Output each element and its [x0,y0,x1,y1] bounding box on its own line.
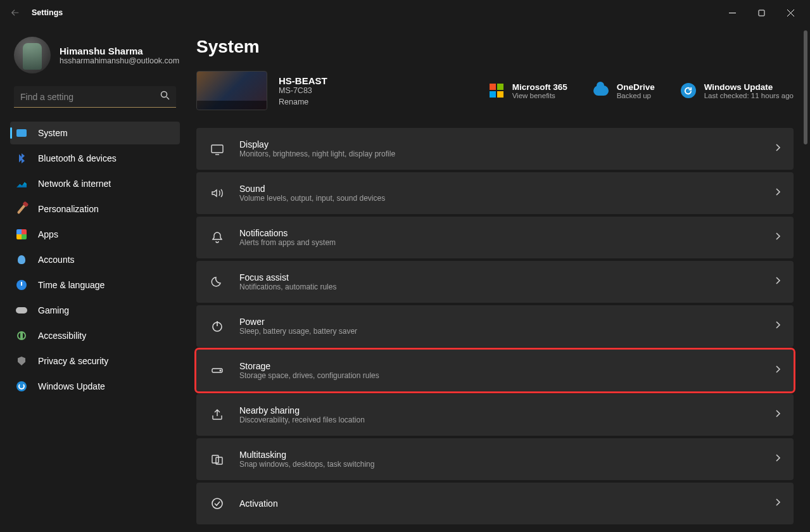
row-title: Power [239,317,357,327]
chevron-right-icon [775,187,781,199]
status-sub: Last checked: 11 hours ago [704,92,794,99]
settings-row-power[interactable]: Power Sleep, battery usage, battery save… [196,305,794,347]
minimize-button[interactable] [718,3,747,23]
sidebar-item-label: Gaming [38,305,69,315]
status-title: Microsoft 365 [512,82,567,92]
device-model: MS-7C83 [279,86,327,95]
settings-row-focus-assist[interactable]: Focus assist Notifications, automatic ru… [196,261,794,303]
personalization-icon [15,203,28,215]
multitask-icon [209,451,225,467]
chevron-right-icon [775,143,781,155]
sidebar-item-label: System [38,128,68,138]
row-sub: Storage space, drives, configuration rul… [239,371,379,380]
profile-block[interactable]: Himanshu Sharma hssharmahimanshu@outlook… [14,37,180,73]
profile-name: Himanshu Sharma [60,46,179,56]
sync-icon [680,82,697,99]
apps-icon [15,228,28,241]
close-button[interactable] [776,3,805,23]
settings-rows: Display Monitors, brightness, night ligh… [196,128,794,524]
settings-row-activation[interactable]: Activation [196,483,794,524]
search-box[interactable] [14,86,176,108]
device-row: HS-BEAST MS-7C83 Rename Microsoft 365Vie… [196,71,794,110]
gaming-icon [15,304,28,317]
chevron-right-icon [775,320,781,332]
row-sub: Monitors, brightness, night light, displ… [239,149,395,158]
maximize-button[interactable] [747,3,776,23]
sidebar-item-apps[interactable]: Apps [10,223,180,246]
row-title: Display [239,139,395,149]
svg-rect-6 [212,145,223,153]
sidebar-item-personalization[interactable]: Personalization [10,198,180,220]
page-title: System [196,37,794,57]
row-sub: Volume levels, output, input, sound devi… [239,194,385,203]
chevron-right-icon [775,498,781,509]
network-icon [15,177,28,190]
scrollbar[interactable] [804,30,807,144]
sidebar-item-time-language[interactable]: Time & language [10,274,180,296]
chevron-right-icon [775,453,781,465]
svg-line-5 [167,97,169,99]
row-sub: Discoverability, received files location [239,415,365,424]
sidebar-item-label: Time & language [38,280,104,290]
time-language-icon [15,279,28,291]
status-cards: Microsoft 365View benefitsOneDriveBacked… [488,82,794,99]
sidebar: Himanshu Sharma hssharmahimanshu@outlook… [0,25,190,532]
settings-row-sound[interactable]: Sound Volume levels, output, input, soun… [196,172,794,214]
window-title: Settings [32,8,63,17]
sidebar-item-label: Accounts [38,255,75,265]
chevron-right-icon [775,232,781,243]
status-title: OneDrive [617,82,655,92]
desktop-thumbnail[interactable] [196,71,267,110]
row-title: Notifications [239,228,336,238]
row-sub: Snap windows, desktops, task switching [239,460,374,469]
row-sub: Sleep, battery usage, battery saver [239,327,357,336]
row-sub: Notifications, automatic rules [239,282,336,291]
row-title: Activation [239,498,278,509]
main-panel: System HS-BEAST MS-7C83 Rename Microsoft… [190,25,810,532]
back-button[interactable] [5,3,25,23]
settings-row-notifications[interactable]: Notifications Alerts from apps and syste… [196,217,794,258]
svg-rect-1 [759,10,764,16]
sidebar-item-label: Privacy & security [38,356,108,366]
settings-row-multitasking[interactable]: Multitasking Snap windows, desktops, tas… [196,438,794,480]
status-card-onedrive[interactable]: OneDriveBacked up [593,82,655,99]
sidebar-item-network-internet[interactable]: Network & internet [10,172,180,195]
chevron-right-icon [775,409,781,421]
svg-point-14 [212,498,222,509]
sidebar-item-accounts[interactable]: Accounts [10,248,180,271]
accessibility-icon [15,329,28,342]
row-title: Multitasking [239,450,374,460]
row-title: Sound [239,184,385,194]
device-name: HS-BEAST [279,75,327,86]
titlebar: Settings [0,0,810,25]
sidebar-item-accessibility[interactable]: Accessibility [10,324,180,347]
row-title: Storage [239,361,379,371]
window-controls [718,3,805,23]
windows-update-icon [15,380,28,393]
search-input[interactable] [20,92,160,102]
system-icon [15,127,28,139]
share-icon [209,407,225,423]
svg-point-4 [161,92,167,98]
search-icon [160,91,170,103]
settings-row-storage[interactable]: Storage Storage space, drives, configura… [196,350,794,391]
sidebar-item-label: Windows Update [38,381,105,391]
sidebar-item-windows-update[interactable]: Windows Update [10,375,180,398]
sidebar-item-gaming[interactable]: Gaming [10,299,180,322]
sidebar-item-privacy-security[interactable]: Privacy & security [10,350,180,372]
bluetooth-icon [15,152,28,165]
avatar [14,37,51,73]
settings-row-nearby-sharing[interactable]: Nearby sharing Discoverability, received… [196,394,794,436]
bell-icon [209,229,225,246]
sidebar-item-bluetooth-devices[interactable]: Bluetooth & devices [10,147,180,170]
sidebar-item-system[interactable]: System [10,122,180,144]
drive-icon [209,362,225,379]
display-icon [209,141,225,157]
rename-link[interactable]: Rename [279,98,327,106]
status-card-microsoft-[interactable]: Microsoft 365View benefits [488,82,567,99]
sidebar-item-label: Bluetooth & devices [38,153,117,163]
status-card-windows-update[interactable]: Windows UpdateLast checked: 11 hours ago [680,82,794,99]
row-sub: Alerts from apps and system [239,238,336,247]
settings-row-display[interactable]: Display Monitors, brightness, night ligh… [196,128,794,170]
sidebar-item-label: Personalization [38,204,99,214]
